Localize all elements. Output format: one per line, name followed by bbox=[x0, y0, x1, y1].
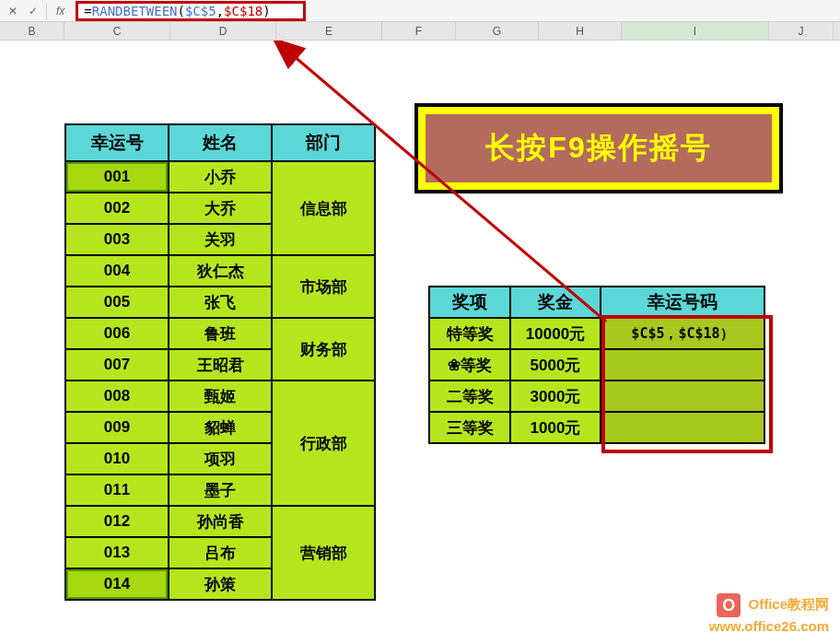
table-header-row: 幸运号 姓名 部门 bbox=[65, 124, 375, 161]
fx-icon[interactable]: fx bbox=[52, 5, 68, 18]
cell-num[interactable]: 011 bbox=[65, 474, 169, 506]
header-name[interactable]: 姓名 bbox=[169, 124, 272, 161]
right-table: 奖项 奖金 幸运号码 特等奖10000元$C$5，$C$18） ❀等奖5000元… bbox=[428, 286, 765, 444]
cell-num[interactable]: 009 bbox=[65, 412, 169, 443]
cell-name[interactable]: 关羽 bbox=[169, 224, 272, 255]
divider bbox=[46, 3, 47, 19]
header-luckynum[interactable]: 幸运号码 bbox=[601, 287, 764, 318]
cell-num[interactable]: 002 bbox=[65, 193, 169, 224]
cell-num[interactable]: 006 bbox=[65, 318, 169, 349]
col-header-E[interactable]: E bbox=[276, 22, 382, 40]
cell-award[interactable]: 特等奖 bbox=[429, 318, 510, 349]
cell-prize[interactable]: 1000元 bbox=[510, 412, 601, 443]
cell-name[interactable]: 狄仁杰 bbox=[169, 255, 272, 287]
cell-name[interactable]: 孙尚香 bbox=[169, 506, 272, 537]
table-row: 006鲁班财务部 bbox=[65, 318, 375, 349]
col-header-G[interactable]: G bbox=[456, 22, 539, 40]
cell-luckynum[interactable] bbox=[601, 381, 764, 412]
col-header-F[interactable]: F bbox=[382, 22, 456, 40]
cell-name[interactable]: 甄姬 bbox=[169, 381, 272, 412]
header-award[interactable]: 奖项 bbox=[429, 287, 510, 318]
header-dept[interactable]: 部门 bbox=[272, 124, 375, 161]
table-row: 008甄姬行政部 bbox=[65, 381, 375, 412]
cell-dept[interactable]: 财务部 bbox=[272, 318, 375, 381]
col-header-B[interactable]: B bbox=[0, 22, 64, 40]
cell-name[interactable]: 吕布 bbox=[169, 537, 272, 568]
formula-text: =RANDBETWEEN($C$5,$C$18) bbox=[84, 4, 270, 18]
left-table: 幸运号 姓名 部门 001小乔信息部 002大乔 003关羽 004狄仁杰市场部… bbox=[64, 123, 376, 601]
formula-bar: ✕ ✓ fx =RANDBETWEEN($C$5,$C$18) bbox=[0, 0, 840, 22]
cell-luckynum[interactable] bbox=[601, 412, 764, 443]
cell-num[interactable]: 004 bbox=[65, 255, 169, 287]
header-prize[interactable]: 奖金 bbox=[510, 287, 601, 318]
cell-num[interactable]: 008 bbox=[65, 381, 169, 412]
cell-dept[interactable]: 行政部 bbox=[272, 381, 375, 506]
table-row: 二等奖3000元 bbox=[429, 381, 764, 412]
cell-num[interactable]: 003 bbox=[65, 224, 169, 255]
table-row: 004狄仁杰市场部 bbox=[65, 255, 375, 287]
watermark-badge-icon: O bbox=[717, 593, 741, 617]
cell-num[interactable]: 014 bbox=[65, 568, 169, 600]
column-headers: B C D E F G H I J bbox=[0, 22, 840, 41]
col-header-C[interactable]: C bbox=[64, 22, 170, 40]
cell-prize[interactable]: 3000元 bbox=[510, 381, 601, 412]
col-header-D[interactable]: D bbox=[170, 22, 276, 40]
cell-award[interactable]: 二等奖 bbox=[429, 381, 510, 412]
cell-name[interactable]: 鲁班 bbox=[169, 318, 272, 349]
cell-name[interactable]: 墨子 bbox=[169, 474, 272, 506]
formula-cancel-icon[interactable]: ✕ bbox=[6, 5, 20, 18]
cell-award[interactable]: 三等奖 bbox=[429, 412, 510, 443]
col-header-H[interactable]: H bbox=[539, 22, 622, 40]
cell-name[interactable]: 张飞 bbox=[169, 287, 272, 318]
cell-name[interactable]: 项羽 bbox=[169, 443, 272, 474]
watermark-url: www.office26.com bbox=[709, 617, 829, 636]
cell-name[interactable]: 大乔 bbox=[169, 193, 272, 224]
cell-name[interactable]: 貂蝉 bbox=[169, 412, 272, 443]
cell-dept[interactable]: 市场部 bbox=[272, 255, 375, 318]
cell-dept[interactable]: 信息部 bbox=[272, 161, 375, 255]
cell-name[interactable]: 小乔 bbox=[169, 161, 272, 193]
cell-num[interactable]: 001 bbox=[65, 161, 169, 193]
col-header-I[interactable]: I bbox=[622, 22, 769, 40]
cell-num[interactable]: 010 bbox=[65, 443, 169, 474]
table-row: 012孙尚香营销部 bbox=[65, 506, 375, 537]
banner: 长按F9操作摇号 bbox=[414, 103, 783, 193]
table-row: ❀等奖5000元 bbox=[429, 349, 764, 381]
table-row: 特等奖10000元$C$5，$C$18） bbox=[429, 318, 764, 349]
banner-text: 长按F9操作摇号 bbox=[426, 114, 772, 182]
cell-name[interactable]: 王昭君 bbox=[169, 349, 272, 381]
cell-dept[interactable]: 营销部 bbox=[272, 506, 375, 600]
cell-num[interactable]: 007 bbox=[65, 349, 169, 381]
col-header-J[interactable]: J bbox=[769, 22, 834, 40]
table-row: 001小乔信息部 bbox=[65, 161, 375, 193]
watermark: O Office教程网 www.office26.com bbox=[709, 593, 829, 636]
sheet-area[interactable]: 幸运号 姓名 部门 001小乔信息部 002大乔 003关羽 004狄仁杰市场部… bbox=[0, 41, 840, 644]
cell-num[interactable]: 013 bbox=[65, 537, 169, 568]
cell-luckynum-active[interactable]: $C$5，$C$18） bbox=[601, 318, 764, 349]
table-header-row: 奖项 奖金 幸运号码 bbox=[429, 287, 764, 318]
cell-luckynum[interactable] bbox=[601, 349, 764, 381]
header-luckynum[interactable]: 幸运号 bbox=[65, 124, 169, 161]
table-row: 三等奖1000元 bbox=[429, 412, 764, 443]
cell-prize[interactable]: 10000元 bbox=[510, 318, 601, 349]
formula-confirm-icon[interactable]: ✓ bbox=[26, 5, 41, 18]
cell-prize[interactable]: 5000元 bbox=[510, 349, 601, 381]
cell-num[interactable]: 012 bbox=[65, 506, 169, 537]
watermark-title: Office教程网 bbox=[748, 595, 829, 611]
cell-award[interactable]: ❀等奖 bbox=[429, 349, 510, 381]
cell-name[interactable]: 孙策 bbox=[169, 568, 272, 600]
cell-num[interactable]: 005 bbox=[65, 287, 169, 318]
formula-input[interactable]: =RANDBETWEEN($C$5,$C$18) bbox=[76, 1, 306, 21]
